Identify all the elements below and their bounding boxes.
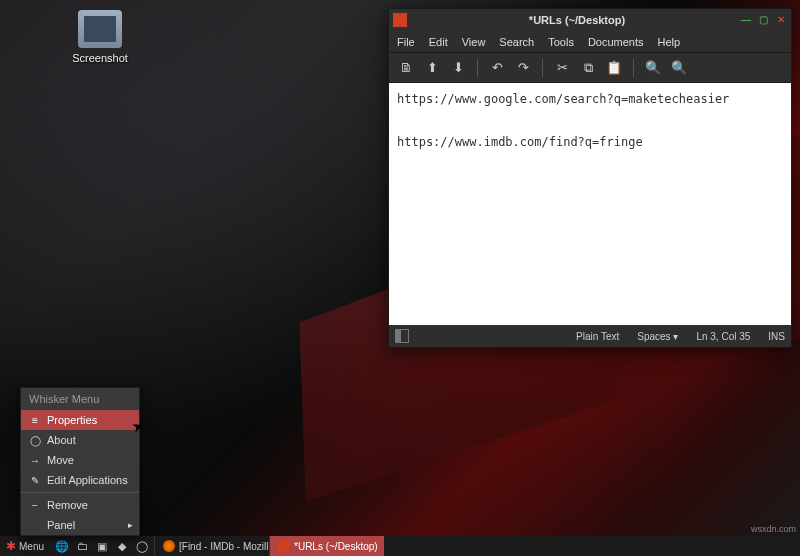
context-menu-item-label: Properties: [47, 414, 97, 426]
start-menu-label: Menu: [19, 541, 44, 552]
taskbar-task-editor[interactable]: *URLs (~/Desktop): [269, 536, 384, 556]
side-panel-toggle[interactable]: [395, 329, 409, 343]
menu-documents[interactable]: Documents: [588, 36, 644, 48]
editor-menubar: File Edit View Search Tools Documents He…: [389, 31, 791, 53]
editor-titlebar[interactable]: *URLs (~/Desktop) — ▢ ✕: [389, 9, 791, 31]
toolbar-separator: [633, 59, 634, 77]
screenshot-icon: [78, 10, 122, 48]
whisker-context-menu: Whisker Menu ≡ Properties ◯ About → Move…: [20, 387, 140, 536]
watermark: wsxdn.com: [751, 524, 796, 534]
move-icon: →: [29, 455, 41, 466]
save-file-button[interactable]: ⬇: [447, 57, 469, 79]
edit-icon: ✎: [29, 475, 41, 486]
editor-statusbar: Plain Text Spaces ▾ Ln 3, Col 35 INS: [389, 325, 791, 347]
menu-edit[interactable]: Edit: [429, 36, 448, 48]
taskbar: ✱ Menu 🌐 🗀 ▣ ◆ ◯ [Find - IMDb - Mozilla …: [0, 536, 800, 556]
cut-button[interactable]: ✂: [551, 57, 573, 79]
menu-help[interactable]: Help: [658, 36, 681, 48]
status-insert-mode: INS: [768, 331, 785, 342]
paste-button[interactable]: 📋: [603, 57, 625, 79]
find-button[interactable]: 🔍: [642, 57, 664, 79]
taskbar-task-label: [Find - IMDb - Mozilla F...: [179, 541, 269, 552]
maximize-button[interactable]: ▢: [759, 15, 769, 25]
launcher-app5[interactable]: ◯: [134, 538, 150, 554]
start-menu-button[interactable]: ✱ Menu: [0, 536, 50, 556]
menu-logo-icon: ✱: [6, 539, 16, 553]
toolbar-separator: [477, 59, 478, 77]
remove-icon: −: [29, 500, 41, 511]
context-menu-move[interactable]: → Move: [21, 450, 139, 470]
quick-launch: 🌐 🗀 ▣ ◆ ◯: [50, 538, 154, 554]
menu-file[interactable]: File: [397, 36, 415, 48]
menu-tools[interactable]: Tools: [548, 36, 574, 48]
desktop-icon-screenshot[interactable]: Screenshot: [60, 10, 140, 64]
context-menu-item-label: Panel: [47, 519, 75, 531]
editor-text-area[interactable]: https://www.google.com/search?q=maketech…: [389, 83, 791, 325]
editor-window-title: *URLs (~/Desktop): [413, 14, 741, 26]
taskbar-task-label: *URLs (~/Desktop): [294, 541, 378, 552]
menu-view[interactable]: View: [462, 36, 486, 48]
undo-button[interactable]: ↶: [486, 57, 508, 79]
copy-button[interactable]: ⧉: [577, 57, 599, 79]
context-menu-item-label: Move: [47, 454, 74, 466]
status-syntax[interactable]: Plain Text: [576, 331, 619, 342]
context-menu-about[interactable]: ◯ About: [21, 430, 139, 450]
editor-icon: [278, 540, 290, 552]
submenu-arrow-icon: ▸: [128, 520, 133, 530]
context-menu-header: Whisker Menu: [21, 388, 139, 410]
editor-app-icon: [393, 13, 407, 27]
context-menu-properties[interactable]: ≡ Properties: [21, 410, 139, 430]
launcher-terminal[interactable]: ▣: [94, 538, 110, 554]
launcher-app4[interactable]: ◆: [114, 538, 130, 554]
context-menu-edit-applications[interactable]: ✎ Edit Applications: [21, 470, 139, 490]
desktop-icon-label: Screenshot: [60, 52, 140, 64]
context-menu-item-label: About: [47, 434, 76, 446]
list-icon: ≡: [29, 415, 41, 426]
about-icon: ◯: [29, 435, 41, 446]
new-file-button[interactable]: 🗎: [395, 57, 417, 79]
menu-separator: [21, 492, 139, 493]
firefox-icon: [163, 540, 175, 552]
context-menu-panel[interactable]: Panel ▸: [21, 515, 139, 535]
redo-button[interactable]: ↷: [512, 57, 534, 79]
context-menu-item-label: Edit Applications: [47, 474, 128, 486]
status-indent[interactable]: Spaces ▾: [637, 331, 678, 342]
taskbar-task-firefox[interactable]: [Find - IMDb - Mozilla F...: [154, 536, 269, 556]
open-file-button[interactable]: ⬆: [421, 57, 443, 79]
context-menu-item-label: Remove: [47, 499, 88, 511]
launcher-firefox[interactable]: 🌐: [54, 538, 70, 554]
editor-window: *URLs (~/Desktop) — ▢ ✕ File Edit View S…: [388, 8, 792, 348]
minimize-button[interactable]: —: [741, 15, 751, 25]
status-cursor-position: Ln 3, Col 35: [696, 331, 750, 342]
close-button[interactable]: ✕: [777, 15, 787, 25]
context-menu-remove[interactable]: − Remove: [21, 495, 139, 515]
menu-search[interactable]: Search: [499, 36, 534, 48]
editor-toolbar: 🗎 ⬆ ⬇ ↶ ↷ ✂ ⧉ 📋 🔍 🔍: [389, 53, 791, 83]
launcher-files[interactable]: 🗀: [74, 538, 90, 554]
replace-button[interactable]: 🔍: [668, 57, 690, 79]
toolbar-separator: [542, 59, 543, 77]
